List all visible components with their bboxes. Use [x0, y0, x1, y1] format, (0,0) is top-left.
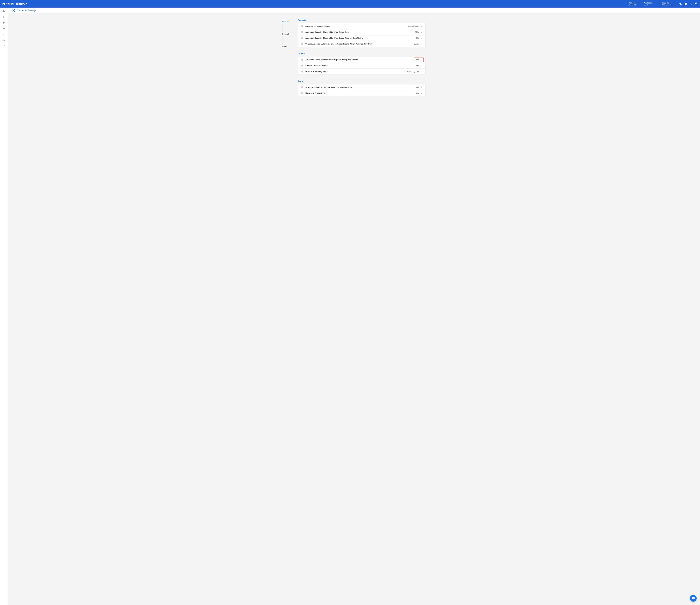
selector-value: odedb	[644, 4, 657, 6]
gear-icon[interactable]	[684, 2, 687, 5]
sidenav: Capacity General Azure	[282, 19, 292, 102]
chevron-down-icon	[421, 65, 422, 67]
settings-card: iAzure CIFS locks for Azure HA working e…	[298, 84, 426, 96]
section-title: Capacity	[298, 19, 426, 21]
settings-card: iAutomatic Cloud Volumes ONTAP update du…	[298, 57, 426, 74]
settings-row-right: 3%	[416, 37, 422, 39]
settings-sections: CapacityiCapacity Management ModeManual …	[298, 19, 426, 102]
settings-row-value: Manual Mode	[408, 25, 419, 27]
settings-row[interactable]: iSupport Direct API TrafficOff	[298, 63, 425, 69]
settings-row[interactable]: iAzure CIFS locks for Azure HA working e…	[298, 84, 425, 90]
settings-row-label: Aggregate Capacity Thresholds - Free Spa…	[305, 37, 414, 39]
content: Capacity General Azure CapacityiCapacity…	[8, 7, 700, 605]
netapp-logo-icon	[2, 3, 5, 5]
settings-row-value: 3%	[416, 37, 419, 39]
user-icon[interactable]	[695, 2, 698, 5]
settings-row-value: Off	[416, 59, 419, 61]
info-icon[interactable]: i	[301, 86, 303, 88]
chevron-down-icon	[673, 2, 675, 4]
chevron-down-icon	[421, 37, 422, 39]
brand-netapp: NetApp	[2, 2, 14, 5]
notification-badge: 8	[680, 4, 682, 5]
settings-row-right: Off	[416, 86, 422, 88]
heart-shield-icon[interactable]	[2, 16, 5, 18]
help-icon[interactable]	[690, 2, 692, 5]
chevron-down-icon	[638, 2, 639, 4]
settings-row[interactable]: iCapacity Management ModeManual Mode	[298, 23, 425, 29]
chat-icon	[692, 597, 695, 600]
settings-row-label: Volume Autosize - Additional Size in Per…	[305, 43, 412, 45]
nodes-icon[interactable]	[2, 45, 5, 48]
chevron-down-icon	[655, 2, 657, 4]
chevron-down-icon	[421, 43, 422, 45]
section-title: Azure	[298, 80, 426, 82]
settings-row-label: Automatic Cloud Volumes ONTAP update dur…	[305, 59, 411, 61]
topbar: NetApp BlueXP Account Demo_SIM Workspace…	[0, 0, 700, 7]
topbar-selectors: Account Demo_SIM Workspace odedb Connect…	[626, 0, 677, 7]
settings-row-value: 27%	[415, 31, 419, 33]
settings-row[interactable]: iAggregate Capacity Thresholds - Free Sp…	[298, 35, 425, 41]
settings-row[interactable]: iAutomatic Cloud Volumes ONTAP update du…	[298, 57, 425, 63]
selector-account[interactable]: Account Demo_SIM	[626, 0, 642, 7]
sidenav-item-general[interactable]: General	[282, 32, 292, 35]
info-icon[interactable]: i	[301, 25, 303, 27]
info-icon[interactable]: i	[301, 92, 303, 94]
notifications-icon[interactable]: 8	[679, 2, 681, 5]
settings-row-label: Support Direct API Traffic	[305, 65, 414, 67]
bar-chart-icon[interactable]	[2, 33, 5, 36]
info-icon[interactable]: i	[301, 70, 303, 73]
chevron-down-icon	[421, 25, 422, 27]
settings-row[interactable]: iAggregate Capacity Thresholds - Free Sp…	[298, 29, 425, 35]
settings-row[interactable]: iHTTP Proxy ConfigurationNot configured	[298, 69, 425, 74]
settings-row-right: Manual Mode	[408, 25, 422, 27]
shield-icon[interactable]	[2, 22, 5, 24]
settings-row-label: Aggregate Capacity Thresholds - Free Spa…	[305, 31, 413, 33]
brand-bluexp-text: BlueXP	[16, 2, 27, 6]
selector-workspace[interactable]: Workspace odedb	[642, 0, 659, 7]
cloud-icon[interactable]	[2, 10, 5, 12]
info-icon[interactable]: i	[301, 37, 303, 39]
svg-point-4	[3, 40, 4, 41]
info-icon[interactable]: i	[301, 65, 303, 67]
brand-netapp-text: NetApp	[6, 2, 14, 5]
cloud-sync-icon[interactable]	[2, 27, 5, 30]
gear-circle-icon	[11, 9, 15, 12]
settings-row-label: Use Azure Private Link	[305, 92, 414, 94]
section-general: GeneraliAutomatic Cloud Volumes ONTAP up…	[298, 52, 426, 74]
settings-row-label: Azure CIFS locks for Azure HA working en…	[305, 86, 414, 88]
svg-point-5	[3, 46, 3, 46]
info-icon[interactable]: i	[301, 43, 303, 45]
chevron-down-icon	[421, 86, 422, 88]
sidenav-item-azure[interactable]: Azure	[282, 45, 292, 48]
info-icon[interactable]: i	[301, 31, 303, 33]
settings-card: iCapacity Management ModeManual ModeiAgg…	[298, 23, 426, 47]
settings-row-right: On	[416, 92, 422, 94]
settings-row[interactable]: iVolume Autosize - Additional Size in Pe…	[298, 41, 425, 47]
settings-row-value: 587%	[414, 43, 419, 45]
selector-label: Workspace	[644, 2, 653, 4]
brand: NetApp BlueXP	[2, 2, 27, 6]
chevron-down-icon	[421, 31, 422, 33]
topbar-icons: 8	[679, 2, 698, 5]
page-title: Connector Settings	[17, 9, 36, 12]
sidenav-item-capacity[interactable]: Capacity	[282, 20, 292, 23]
settings-row-right: Off	[414, 57, 423, 62]
selector-connector[interactable]: Connector OCCMsaasDemo3	[659, 0, 677, 7]
info-icon[interactable]: i	[301, 59, 303, 61]
settings-row-right: 27%	[415, 31, 422, 33]
settings-row[interactable]: iUse Azure Private LinkOn	[298, 90, 425, 96]
settings-row-right: Off	[416, 65, 422, 67]
target-icon[interactable]	[2, 39, 5, 42]
settings-row-value: Not configured	[407, 70, 419, 73]
settings-row-value: On	[416, 92, 419, 94]
settings-row-label: HTTP Proxy Configuration	[305, 70, 405, 73]
sidenav-separator	[282, 23, 283, 32]
section-azure: AzureiAzure CIFS locks for Azure HA work…	[298, 80, 426, 96]
settings-row-value: Off	[416, 65, 419, 67]
settings-row-label: Capacity Management Mode	[305, 25, 405, 27]
chat-fab[interactable]	[690, 595, 697, 602]
chevron-down-icon	[421, 71, 422, 72]
svg-point-6	[4, 46, 5, 46]
selector-label: Connector	[661, 2, 669, 4]
selector-value: OCCMsaasDemo3	[661, 4, 675, 6]
